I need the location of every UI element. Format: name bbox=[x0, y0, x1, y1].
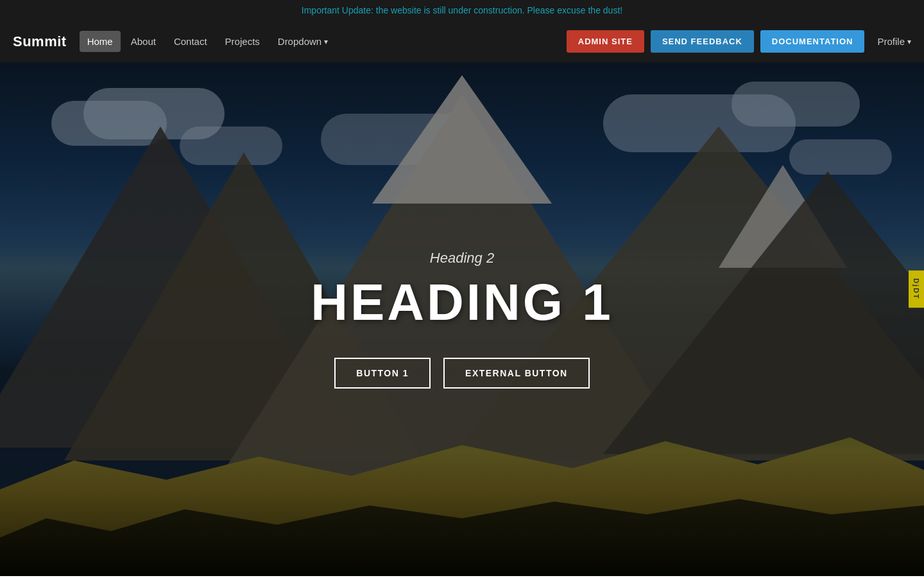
nav-link-home[interactable]: Home bbox=[80, 31, 121, 52]
navbar-right: ADMIN SITE SEND FEEDBACK DOCUMENTATION P… bbox=[567, 30, 911, 53]
hero-button-1[interactable]: BUTTON 1 bbox=[334, 358, 431, 389]
django-debug-toolbar-tab[interactable]: DjDT bbox=[909, 270, 924, 308]
hero-external-button[interactable]: EXTERNAL BUTTON bbox=[443, 358, 590, 389]
nav-link-about[interactable]: About bbox=[123, 31, 164, 52]
nav-link-projects[interactable]: Projects bbox=[218, 31, 268, 52]
cloud-5 bbox=[732, 82, 860, 127]
alert-bar: Important Update: the website is still u… bbox=[0, 0, 924, 21]
profile-dropdown[interactable]: Profile bbox=[877, 36, 911, 47]
mountain-far-right bbox=[603, 171, 924, 454]
documentation-button[interactable]: DOCUMENTATION bbox=[760, 30, 865, 53]
navbar-brand[interactable]: Summit bbox=[13, 33, 67, 50]
send-feedback-button[interactable]: SEND FEEDBACK bbox=[651, 30, 754, 53]
hero-subtitle: Heading 2 bbox=[311, 250, 613, 267]
nav-links: Home About Contact Projects Dropdown bbox=[80, 31, 567, 52]
alert-message: Important Update: the website is still u… bbox=[302, 5, 622, 15]
hero-section: Heading 2 HEADING 1 BUTTON 1 EXTERNAL BU… bbox=[0, 62, 924, 576]
hero-buttons: BUTTON 1 EXTERNAL BUTTON bbox=[311, 358, 613, 389]
hero-content: Heading 2 HEADING 1 BUTTON 1 EXTERNAL BU… bbox=[311, 250, 613, 389]
admin-site-button[interactable]: ADMIN SITE bbox=[567, 30, 644, 53]
hero-title: HEADING 1 bbox=[311, 273, 613, 332]
navbar: Summit Home About Contact Projects Dropd… bbox=[0, 21, 924, 62]
nav-link-contact[interactable]: Contact bbox=[166, 31, 215, 52]
nav-link-dropdown[interactable]: Dropdown bbox=[270, 31, 336, 52]
